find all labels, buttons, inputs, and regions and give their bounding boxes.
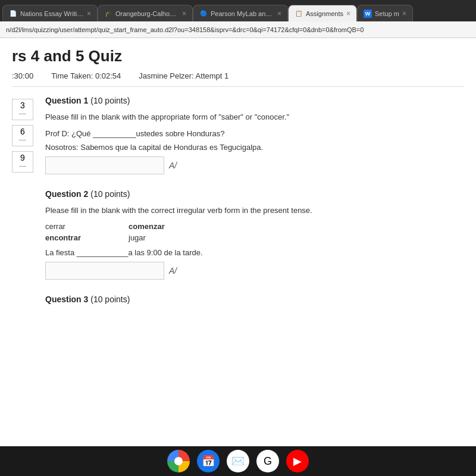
tab-orangeburg[interactable]: 🎓 Orangeburg-Calhoun Techni × [98,5,193,21]
time-remaining: :30:00 [12,71,33,80]
chrome-inner-circle [174,457,183,465]
word-jugar: jugar [129,233,206,242]
q2-answer-input[interactable] [45,262,164,280]
q1-instruction: Please fill in the blank with the approp… [45,111,464,123]
question-1-title: Question 1 (10 points) [45,96,464,105]
question-sidebar: 3 — 6 — 9 — [12,96,33,319]
sidebar-num-9: 9 [20,154,25,162]
q1-answer-row: A/ [45,156,464,174]
sidebar-item-9[interactable]: 9 — [12,151,33,173]
attempt-label: Jasmine Pelzer: Attempt 1 [139,71,228,80]
tab-setup[interactable]: W Setup m × [357,5,413,21]
taskbar-calendar-icon[interactable]: 📅 [197,450,220,472]
question-1-block: Question 1 (10 points) Please fill in th… [45,96,464,174]
tab-label-1: Nations Essay Writing Pl [20,10,84,17]
word-cerrar: cerrar [45,222,123,231]
time-taken-label: Time Taken: [51,71,93,80]
q2-answer-row: A/ [45,262,464,280]
tab-label-4: Assignments [306,10,343,17]
sidebar-item-6[interactable]: 6 — [12,125,33,146]
tab-close-2[interactable]: × [182,10,186,18]
q1-points: (10 points) [90,96,130,105]
taskbar-gmail-icon[interactable]: ✉️ [227,450,249,472]
tab-close-5[interactable]: × [402,10,406,18]
sidebar-item-3[interactable]: 3 — [12,99,33,120]
q2-prompt: La fiesta ____________a las 9:00 de la t… [45,248,464,257]
q2-points: (10 points) [90,189,130,199]
tab-pearson[interactable]: 🔵 Pearson MyLab and Masteri × [193,5,288,21]
tab-close-1[interactable]: × [87,10,91,18]
time-taken-value: 0:02:54 [95,71,121,80]
page-title: rs 4 and 5 Quiz [12,47,464,65]
word-comenzar: comenzar [129,222,206,231]
tab-nations-essay[interactable]: 📄 Nations Essay Writing Pl × [2,5,98,21]
word-encontrar: encontrar [45,233,123,242]
tab-favicon-3: 🔵 [199,10,208,18]
tab-assignments[interactable]: 📋 Assignments × [288,5,357,21]
quiz-body: 3 — 6 — 9 — Question 1 (10 po [12,96,464,319]
tab-label-5: Setup m [375,10,399,17]
time-taken: Time Taken: 0:02:54 [51,71,121,80]
url-text: n/d2l/lms/quizzing/user/attempt/quiz_sta… [6,26,364,33]
browser-content: rs 4 and 5 Quiz :30:00 Time Taken: 0:02:… [0,38,476,446]
address-bar: n/d2l/lms/quizzing/user/attempt/quiz_sta… [0,21,476,38]
taskbar-google-icon[interactable]: G [256,450,279,472]
tab-close-4[interactable]: × [346,10,350,18]
sidebar-num-3: 3 [20,101,25,109]
sidebar-dash-9: — [19,162,26,170]
question-2-title: Question 2 (10 points) [45,189,464,199]
q2-spellcheck-icon: A/ [169,266,177,275]
q1-prompt: Prof D: ¿Qué __________ustedes sobre Hon… [45,129,464,138]
tab-bar: 📄 Nations Essay Writing Pl × 🎓 Orangebur… [0,0,476,21]
taskbar: 📅 ✉️ G ▶ [0,446,476,476]
q1-title-text: Question 1 [45,96,88,105]
questions-main: Question 1 (10 points) Please fill in th… [45,96,464,319]
taskbar-youtube-icon[interactable]: ▶ [286,450,309,472]
q2-title-text: Question 2 [45,189,88,199]
question-2-block: Question 2 (10 points) Please fill in th… [45,189,464,280]
tab-favicon-5: W [364,10,372,18]
taskbar-chrome-icon[interactable] [167,450,190,472]
browser-chrome: 📄 Nations Essay Writing Pl × 🎓 Orangebur… [0,0,476,38]
q2-word-bank: cerrar comenzar encontrar jugar [45,222,464,242]
tab-favicon-2: 🎓 [104,10,112,18]
tab-label-3: Pearson MyLab and Masteri [211,10,274,17]
tab-favicon-4: 📋 [295,10,303,18]
quiz-meta: :30:00 Time Taken: 0:02:54 Jasmine Pelze… [12,71,464,87]
question-3-block: Question 3 (10 points) [45,295,464,304]
quiz-page: rs 4 and 5 Quiz :30:00 Time Taken: 0:02:… [0,38,476,328]
tab-close-3[interactable]: × [277,10,281,18]
q1-spellcheck-icon: A/ [169,161,177,170]
question-3-title: Question 3 (10 points) [45,295,464,304]
q1-response-note: Nosotros: Sabemos que la capital de Hond… [45,143,464,152]
q3-points: (10 points) [90,295,130,304]
tab-label-2: Orangeburg-Calhoun Techni [115,10,179,17]
sidebar-dash-3: — [19,109,26,118]
sidebar-num-6: 6 [20,127,25,136]
q3-title-text: Question 3 [45,295,88,304]
q1-answer-input[interactable] [45,156,164,174]
sidebar-dash-6: — [19,136,26,144]
tab-favicon-1: 📄 [9,10,17,18]
q2-instruction: Please fill in the blank with the correc… [45,205,464,217]
